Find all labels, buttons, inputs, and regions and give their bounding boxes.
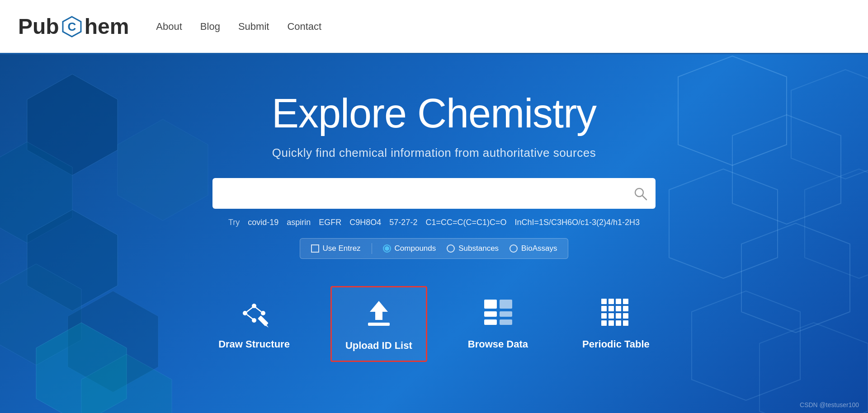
svg-rect-39 [616, 299, 621, 304]
periodic-table-icon [598, 295, 634, 331]
svg-rect-46 [609, 313, 614, 319]
svg-marker-9 [732, 115, 841, 224]
try-label: Try [228, 218, 240, 227]
svg-rect-35 [500, 311, 512, 317]
browse-data-icon [480, 295, 516, 331]
nav-contact[interactable]: Contact [287, 21, 321, 33]
svg-marker-17 [81, 354, 172, 413]
svg-marker-14 [692, 291, 800, 400]
browse-data-label: Browse Data [468, 338, 528, 350]
svg-rect-30 [368, 323, 390, 326]
svg-rect-48 [623, 313, 628, 319]
radio-substances[interactable]: Substances [447, 244, 499, 253]
action-cards: Draw Structure Upload ID List [205, 286, 663, 362]
action-upload-id-list[interactable]: Upload ID List [330, 286, 427, 362]
svg-marker-11 [669, 169, 778, 278]
svg-marker-4 [27, 210, 118, 311]
filter-divider [372, 243, 372, 254]
svg-rect-47 [616, 313, 621, 319]
svg-rect-42 [609, 306, 614, 311]
watermark: CSDN @testuser100 [800, 401, 859, 408]
header: Pub C hem About Blog Submit Contact [0, 0, 868, 54]
search-container [212, 178, 656, 209]
action-draw-structure[interactable]: Draw Structure [205, 286, 303, 359]
svg-rect-43 [616, 306, 621, 311]
svg-marker-2 [27, 74, 118, 175]
checkbox-box [311, 244, 319, 253]
radio-compounds-circle [383, 244, 391, 253]
try-smiles[interactable]: C1=CC=C(C=C1)C=O [425, 218, 506, 227]
svg-rect-45 [601, 313, 607, 319]
svg-rect-36 [500, 319, 512, 325]
upload-id-list-icon [361, 296, 397, 333]
try-c9h8o4[interactable]: C9H8O4 [349, 218, 381, 227]
svg-rect-40 [623, 299, 628, 304]
nav-submit[interactable]: Submit [238, 21, 269, 33]
svg-rect-27 [258, 315, 269, 326]
svg-rect-37 [601, 299, 607, 304]
radio-bioassays[interactable]: BioAssays [509, 244, 557, 253]
use-entrez-checkbox[interactable]: Use Entrez [311, 244, 361, 253]
draw-structure-label: Draw Structure [218, 338, 290, 350]
svg-rect-34 [500, 300, 512, 309]
try-covid19[interactable]: covid-19 [248, 218, 278, 227]
logo-text: Pub C hem [18, 14, 129, 39]
svg-rect-44 [623, 306, 628, 311]
svg-marker-7 [118, 119, 208, 221]
action-browse-data[interactable]: Browse Data [454, 286, 542, 359]
svg-marker-16 [36, 323, 127, 413]
svg-marker-13 [805, 169, 868, 278]
radio-compounds-label: Compounds [395, 244, 436, 253]
radio-compounds[interactable]: Compounds [383, 244, 436, 253]
svg-text:C: C [67, 20, 76, 33]
svg-marker-29 [370, 301, 388, 320]
svg-line-19 [642, 196, 646, 200]
upload-id-list-label: Upload ID List [345, 340, 412, 352]
svg-marker-6 [68, 291, 158, 392]
main-nav: About Blog Submit Contact [156, 21, 321, 33]
draw-structure-icon [236, 295, 272, 331]
filter-options: Use Entrez Compounds Substances BioAssay… [300, 238, 569, 259]
svg-rect-38 [609, 299, 614, 304]
hero-title: Explore Chemistry [272, 90, 596, 137]
radio-bioassays-circle [509, 244, 518, 253]
svg-line-24 [247, 307, 253, 312]
try-egfr[interactable]: EGFR [319, 218, 341, 227]
svg-line-26 [247, 314, 253, 319]
svg-rect-33 [484, 319, 497, 325]
svg-rect-49 [601, 320, 607, 326]
search-button[interactable] [625, 178, 656, 209]
radio-substances-circle [447, 244, 455, 253]
svg-marker-5 [0, 264, 81, 365]
svg-line-25 [255, 307, 261, 312]
logo-pub: Pub [18, 14, 59, 39]
logo-chem: hem [85, 14, 129, 39]
search-input[interactable] [212, 178, 656, 209]
svg-rect-52 [623, 320, 628, 326]
try-inchi[interactable]: InChI=1S/C3H6O/c1-3(2)4/h1-2H3 [514, 218, 640, 227]
radio-bioassays-label: BioAssays [521, 244, 557, 253]
svg-rect-31 [484, 300, 497, 309]
nav-about[interactable]: About [156, 21, 182, 33]
svg-rect-32 [484, 311, 497, 317]
try-57272[interactable]: 57-27-2 [389, 218, 417, 227]
svg-marker-15 [760, 323, 868, 413]
svg-marker-10 [791, 70, 868, 179]
svg-rect-51 [616, 320, 621, 326]
hero-subtitle: Quickly find chemical information from a… [272, 146, 596, 160]
try-links: Try covid-19 aspirin EGFR C9H8O4 57-27-2… [228, 218, 640, 227]
logo-hexagon-c: C [60, 15, 84, 38]
svg-rect-50 [609, 320, 614, 326]
svg-marker-8 [678, 56, 787, 165]
svg-marker-12 [741, 223, 850, 333]
radio-substances-label: Substances [458, 244, 499, 253]
action-periodic-table[interactable]: Periodic Table [569, 286, 663, 359]
periodic-table-label: Periodic Table [582, 338, 650, 350]
svg-rect-41 [601, 306, 607, 311]
svg-marker-3 [0, 142, 72, 243]
nav-blog[interactable]: Blog [200, 21, 220, 33]
svg-point-20 [243, 311, 247, 315]
try-aspirin[interactable]: aspirin [287, 218, 311, 227]
search-icon [633, 186, 647, 201]
svg-point-22 [261, 311, 265, 315]
